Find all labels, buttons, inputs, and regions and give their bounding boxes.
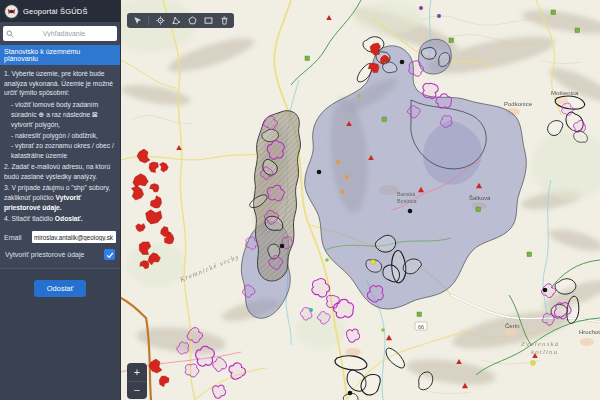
search-icon: [6, 30, 14, 38]
app-title: Geoportál ŠGÚDŠ: [23, 7, 88, 16]
search-box[interactable]: [3, 26, 117, 41]
coordinates-icon[interactable]: [155, 16, 165, 26]
submit-button[interactable]: Odoslať: [34, 280, 87, 297]
map-canvas[interactable]: Podkonice Moštenica Šalková Banská Bystr…: [121, 0, 600, 400]
email-input[interactable]: [32, 231, 116, 243]
delete-icon[interactable]: [219, 16, 229, 26]
zoom-in-button[interactable]: +: [127, 363, 147, 381]
search-input[interactable]: [14, 29, 114, 38]
check-icon: [106, 251, 114, 259]
label-hrochot: Hrochoť: [579, 329, 600, 335]
label-kotlina: kotlina: [531, 348, 558, 355]
cursor-icon[interactable]: [132, 16, 142, 26]
zoom-out-button[interactable]: −: [127, 381, 147, 399]
toolbar-divider: [148, 16, 149, 25]
zoom-control: + −: [127, 363, 147, 399]
app-header: Geoportál ŠGÚDŠ: [0, 0, 120, 22]
road-shield-66: 66: [415, 322, 427, 330]
email-label: Email: [4, 234, 28, 241]
panel-title: Stanovisko k územnému plánovaniu: [0, 45, 120, 65]
label-cerin: Čerín: [505, 323, 520, 329]
sidebar-panel: Geoportál ŠGÚDŠ Stanovisko k územnému pl…: [0, 0, 121, 400]
polygon-mini-icon: ⊠: [92, 111, 98, 118]
label-mostenica: Moštenica: [551, 90, 579, 96]
spatial-data-row: Vytvoriť priestorové údaje: [0, 243, 120, 260]
sgids-logo: [4, 4, 19, 19]
instruction-step-4: 4. Stlačiť tlačidlo Odoslať.: [4, 214, 116, 224]
globe-icon: ⊕: [39, 111, 45, 118]
panel-footer: Odoslať: [0, 268, 120, 400]
email-row: Email: [0, 226, 120, 243]
map-toolbar: [127, 13, 234, 28]
draw-shape-icon[interactable]: [187, 16, 197, 26]
label-bystrica: Bystrica: [397, 198, 418, 204]
label-zvolenska: Zvolenská: [521, 340, 559, 347]
spatial-data-checkbox[interactable]: [104, 249, 115, 260]
draw-polygon-icon[interactable]: [171, 16, 181, 26]
label-banska: Banská: [397, 191, 416, 197]
geoportal-app: Geoportál ŠGÚDŠ Stanovisko k územnému pl…: [0, 0, 600, 400]
instruction-step-3: 3. V prípade záujmu o "shp" súbory, zakl…: [4, 183, 116, 212]
bullet-draw: - nakresliť polygón / obdĺžnik,: [4, 131, 116, 141]
label-salkova: Šalková: [469, 195, 491, 201]
basemap: Podkonice Moštenica Šalková Banská Bystr…: [121, 0, 600, 400]
checkbox-label: Vytvoriť priestorové údaje: [5, 251, 84, 258]
bullet-coordinates: - vložiť lomové body zadaním súradníc ⊕ …: [4, 100, 116, 130]
bullet-list: - vybrať zo zoznamu okres / obec / katas…: [4, 141, 116, 160]
teal-dot-symbol: [309, 308, 313, 312]
label-podkonice: Podkonice: [504, 101, 533, 107]
instruction-step-2: 2. Zadať e-mailovú adresu, na ktorú budú…: [4, 162, 116, 181]
draw-rectangle-icon[interactable]: [203, 16, 213, 26]
svg-text:66: 66: [418, 324, 424, 330]
instruction-step-1: 1. Vyberte územie, pre ktoré bude analýz…: [4, 69, 116, 98]
instructions: 1. Vyberte územie, pre ktoré bude analýz…: [0, 65, 120, 226]
